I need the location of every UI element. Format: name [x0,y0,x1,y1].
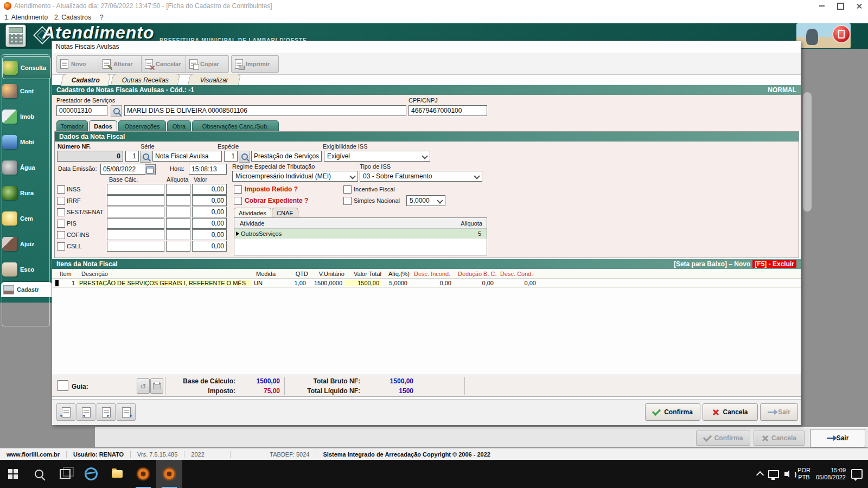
sest-valor-input[interactable]: 0,00 [192,207,227,217]
irrf-base-input[interactable] [107,195,164,206]
sidebar-item-mobiliario[interactable]: Mobi [2,131,50,153]
tab-atividades[interactable]: Atividades [234,208,271,217]
sidebar-item-ajuizamento[interactable]: Ajuiz [2,233,50,255]
irrf-aliquota-input[interactable] [166,195,190,206]
serie-input[interactable]: 1 [125,151,139,162]
cofins-aliquota-input[interactable] [166,229,190,240]
inss-base-input[interactable] [107,184,164,195]
tray-chevron-up-icon[interactable] [756,471,764,479]
confirma-button[interactable]: Confirma [645,403,700,421]
menu-help[interactable]: ? [100,14,104,21]
imposto-retido-checkbox[interactable] [234,185,242,194]
menu-atendimento[interactable]: 1. Atendimento [4,14,48,21]
serie-nome-input[interactable]: Nota Fiscal Avulsa [152,151,222,162]
sidebar-item-contribuintes[interactable]: Cont [2,80,50,102]
incentivo-checkbox[interactable] [343,185,352,194]
menu-cadastros[interactable]: 2. Cadastros [54,14,91,21]
sidebar-item-imobiliario[interactable]: Imob [2,106,50,127]
simples-aliquota-select[interactable]: 5,0000 [406,195,445,206]
irrf-valor-input[interactable]: 0,00 [192,195,227,206]
inss-aliquota-input[interactable] [166,184,190,195]
tab-obra[interactable]: Obra [167,120,191,131]
inss-valor-input[interactable]: 0,00 [192,184,227,195]
cofins-checkbox[interactable] [57,231,65,239]
nav-first-button[interactable]: ◂ [56,403,75,421]
especie-nome-input[interactable]: Prestação de Serviços [251,151,322,162]
cpf-input[interactable]: 46679467000100 [409,105,487,116]
nav-last-button[interactable]: ▸ [117,403,136,421]
taskbar-search-button[interactable] [26,460,52,488]
language-indicator[interactable]: PORPTB [797,467,810,481]
fiorilli-app-button[interactable] [130,460,156,488]
serie-search-button[interactable] [140,151,151,163]
sidebar-item-agua[interactable]: Água [2,157,50,178]
close-button[interactable] [850,0,868,12]
copiar-button[interactable]: Copiar [186,55,229,73]
itens-table-row[interactable]: 1 PRESTAÇÃO DE SERVIÇOS GERAIS I, REFERE… [52,278,801,288]
especie-num-input[interactable]: 1 [224,151,238,162]
sidebar-tab-cadastro[interactable]: Cadastr [1,282,52,297]
prestador-name-input[interactable]: MARLI DIAS DE OLIVEIRA 00008501106 [124,105,406,116]
sair-button[interactable]: Sair [760,403,798,421]
csll-aliquota-input[interactable] [166,241,190,252]
cobrar-expediente-checkbox[interactable] [234,197,242,205]
prestador-search-button[interactable] [111,105,122,117]
simples-checkbox[interactable] [343,197,352,205]
cofins-base-input[interactable] [107,229,164,240]
csll-base-input[interactable] [107,241,164,252]
task-view-button[interactable] [52,460,78,488]
pis-aliquota-input[interactable] [166,218,190,229]
pis-valor-input[interactable]: 0,00 [192,218,227,229]
tab-observacoes[interactable]: Observações [118,120,166,131]
outer-cancela-button[interactable]: Cancela [754,431,805,446]
clock[interactable]: 15:0905/08/2022 [816,467,846,481]
sidebar-item-rural[interactable]: Rura [2,182,50,204]
start-button[interactable] [0,460,26,488]
file-explorer-button[interactable] [104,460,130,488]
tab-cnae[interactable]: CNAE [272,208,298,217]
maximize-button[interactable] [831,0,850,12]
guia-checkbox[interactable] [58,380,68,391]
outer-sair-button[interactable]: Sair [810,429,865,447]
alterar-button[interactable]: Alterar [99,55,142,73]
exit-orb-button[interactable] [832,25,851,43]
pis-checkbox[interactable] [57,220,65,228]
irrf-checkbox[interactable] [57,197,65,205]
sest-checkbox[interactable] [57,208,65,216]
tab-visualizar[interactable]: Visualizar [188,74,241,86]
guia-refresh-button[interactable]: ↺ [137,378,150,394]
csll-checkbox[interactable] [57,242,65,251]
network-icon[interactable] [768,470,779,478]
sidebar-item-consulta[interactable]: Consulta [2,56,51,79]
notifications-icon[interactable] [851,469,863,479]
fiorilli-app-active-button[interactable] [156,460,182,488]
pis-base-input[interactable] [107,218,164,229]
outer-confirma-button[interactable]: Confirma [696,431,750,446]
sest-base-input[interactable] [107,207,164,217]
regime-select[interactable]: Microempresário Individual (MEI) [232,171,358,182]
volume-icon[interactable] [784,472,788,476]
inss-checkbox[interactable] [57,185,65,194]
nav-prev-button[interactable]: ◂ [76,403,95,421]
nav-next-button[interactable]: ▸ [97,403,116,421]
tab-cadastro[interactable]: Cadastro [61,74,111,86]
internet-explorer-button[interactable] [78,460,104,488]
novo-button[interactable]: Novo [56,55,100,73]
csll-valor-input[interactable]: 0,00 [192,241,227,252]
numero-nf-input[interactable]: 0 [57,151,123,162]
guia-print-button[interactable] [150,378,163,394]
hora-input[interactable]: 15:08:13 [189,164,227,175]
tab-observacoes-canc[interactable]: Observações Canc./Sub. [192,120,279,131]
imprimir-button[interactable]: Imprimir [231,55,279,73]
tab-outras-receitas[interactable]: Outras Receitas [111,74,181,86]
cofins-valor-input[interactable]: 0,00 [192,229,227,240]
sidebar-item-cemiterio[interactable]: Cem [2,208,50,229]
mdi-scrollbar[interactable] [803,92,812,211]
atividade-row[interactable]: OutrosServiços 5 [234,229,487,239]
prestador-code-input[interactable]: 000001310 [56,105,107,116]
especie-search-button[interactable] [239,151,250,163]
cancela-button[interactable]: Cancela [703,403,758,421]
tab-dados[interactable]: Dados [89,120,117,131]
sest-aliquota-input[interactable] [166,207,190,217]
tipo-iss-select[interactable]: 03 - Sobre Faturamento [360,171,482,182]
